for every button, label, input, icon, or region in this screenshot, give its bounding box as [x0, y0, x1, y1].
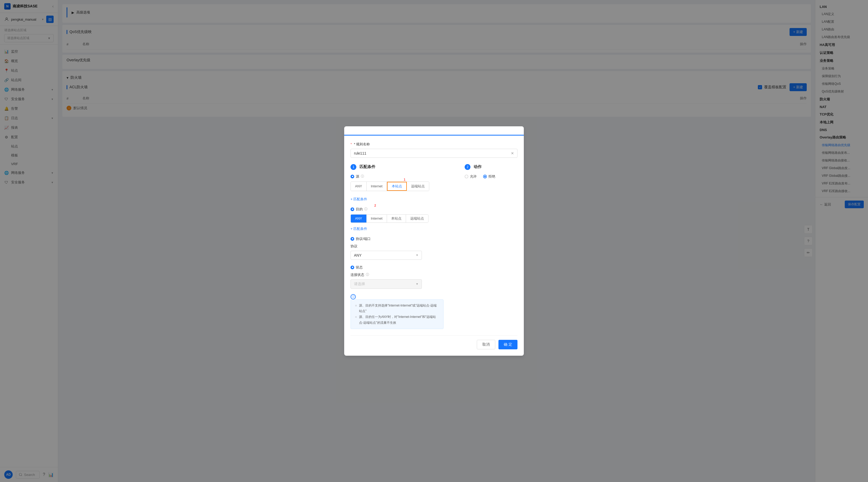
rule-name-section: * * 规则名称 rule111 ✕: [350, 142, 518, 158]
dest-annotation-2: 2: [374, 204, 376, 207]
modal-overlay: * * 规则名称 rule111 ✕ 1 匹配条件: [0, 0, 868, 482]
connection-label: 连接状态 ⓘ: [350, 272, 443, 277]
source-tab-any[interactable]: ANY: [351, 182, 367, 191]
protocol-label-row: 协议/端口: [350, 237, 443, 241]
connection-info-icon: ⓘ: [366, 272, 369, 277]
source-annotation-1: 1: [404, 178, 405, 182]
dest-subsection: 2 目的 ⓘ ANY Internet 本站点 远端站点: [350, 207, 443, 232]
protocol-section: 协议/端口 协议 ANY ▼: [350, 237, 443, 260]
dest-label-row: 目的 ⓘ: [350, 207, 443, 212]
dest-tab-internet[interactable]: Internet: [367, 215, 387, 222]
rule-name-label-text: * 规则名称: [354, 142, 370, 146]
status-section: 状态 连接状态 ⓘ 请选择 ▼: [350, 265, 443, 289]
connection-chevron-icon: ▼: [416, 282, 418, 285]
status-label-text: 状态: [356, 265, 363, 270]
dest-add-condition-button[interactable]: + 匹配条件: [350, 225, 443, 232]
protocol-sublabel: 协议: [350, 244, 443, 249]
radio-allow[interactable]: 允许: [465, 174, 477, 179]
dest-radio-icon: [350, 207, 354, 211]
dest-info-icon: ⓘ: [364, 207, 367, 211]
source-subsection: 源 ⓘ ANY Internet 本站点 远端站点 1: [350, 174, 443, 203]
source-label-row: 源 ⓘ: [350, 174, 443, 179]
modal-footer: 取消 确 定: [350, 335, 518, 349]
source-add-condition-button[interactable]: + 匹配条件: [350, 196, 443, 203]
info-circle-icon[interactable]: ⓘ: [350, 294, 356, 299]
dest-label-text: 目的: [356, 207, 363, 212]
allow-label: 允许: [470, 174, 477, 179]
rule-name-label: * * 规则名称: [350, 142, 518, 147]
dest-tab-local-site[interactable]: 本站点: [387, 215, 406, 222]
protocol-chevron-icon: ▼: [416, 254, 418, 257]
required-asterisk: *: [350, 142, 352, 146]
match-section-header: 1 匹配条件: [350, 164, 443, 170]
note-text-2: 源、目的任一为ANY时，对"Internet-Internet"和"远端站点-远…: [359, 314, 439, 326]
connection-placeholder: 请选择: [354, 282, 365, 287]
action-radio-group: 允许 拒绝: [465, 174, 518, 179]
source-label-text: 源: [356, 174, 359, 179]
bottom-info: ⓘ: [350, 294, 443, 299]
note-bullet-1: ○: [355, 303, 357, 309]
dest-add-condition: + 匹配条件: [350, 225, 443, 232]
source-add-condition: + 匹配条件: [350, 196, 443, 203]
protocol-value: ANY: [354, 253, 362, 258]
note-item-1: ○ 源、目的不支持选择"Internet-Internet"或"远端站点-远端站…: [355, 303, 439, 314]
source-tab-internet[interactable]: Internet: [367, 182, 387, 191]
source-tab-local-site[interactable]: 本站点: [387, 182, 407, 191]
protocol-dropdown[interactable]: ANY ▼: [350, 251, 422, 260]
status-radio-icon: [350, 266, 354, 269]
note-text-1: 源、目的不支持选择"Internet-Internet"或"远端站点-远端站点": [359, 303, 439, 314]
protocol-radio-icon: [350, 237, 354, 241]
cancel-button[interactable]: 取消: [477, 340, 495, 349]
radio-reject[interactable]: 拒绝: [483, 174, 495, 179]
connection-status-dropdown[interactable]: 请选择 ▼: [350, 279, 422, 289]
source-tab-remote-site[interactable]: 远端站点: [407, 182, 429, 191]
dest-tab-remote-site[interactable]: 远端站点: [406, 215, 428, 222]
clear-icon[interactable]: ✕: [511, 151, 514, 155]
notes-section: ○ 源、目的不支持选择"Internet-Internet"或"远端站点-远端站…: [350, 299, 443, 329]
section1-title: 匹配条件: [360, 164, 375, 170]
action-section-header: 2 动作: [465, 164, 518, 170]
allow-radio-circle: [465, 175, 468, 178]
step2-badge: 2: [465, 164, 470, 170]
reject-radio-circle: [483, 175, 487, 178]
modal-dialog: * * 规则名称 rule111 ✕ 1 匹配条件: [344, 126, 524, 356]
note-bullet-2: ○: [355, 314, 357, 320]
modal-header: [344, 126, 524, 135]
reject-label: 拒绝: [488, 174, 495, 179]
source-radio-icon: [350, 175, 354, 178]
protocol-label-text: 协议/端口: [356, 237, 371, 241]
rule-name-value: rule111: [354, 151, 366, 155]
connection-label-text: 连接状态: [350, 272, 364, 277]
dest-tab-any[interactable]: ANY: [351, 215, 367, 222]
source-tabs-wrapper: ANY Internet 本站点 远端站点 1: [350, 182, 429, 194]
dest-add-condition-label: + 匹配条件: [350, 227, 367, 231]
source-info-icon: ⓘ: [361, 174, 364, 179]
two-col-layout: 1 匹配条件 源 ⓘ ANY Internet: [350, 164, 518, 333]
step1-badge: 1: [350, 164, 356, 170]
match-conditions-col: 1 匹配条件 源 ⓘ ANY Internet: [350, 164, 443, 333]
modal-body: * * 规则名称 rule111 ✕ 1 匹配条件: [344, 135, 524, 356]
section2-title: 动作: [474, 164, 482, 170]
source-tab-group: ANY Internet 本站点 远端站点: [350, 182, 429, 191]
action-col: 2 动作 允许 拒绝: [465, 164, 518, 333]
confirm-button[interactable]: 确 定: [498, 340, 518, 349]
rule-name-input[interactable]: rule111 ✕: [350, 149, 518, 158]
note-item-2: ○ 源、目的任一为ANY时，对"Internet-Internet"和"远端站点…: [355, 314, 439, 326]
status-label-row: 状态: [350, 265, 443, 270]
dest-tab-group: ANY Internet 本站点 远端站点: [350, 214, 429, 223]
source-add-condition-label: + 匹配条件: [350, 197, 367, 202]
